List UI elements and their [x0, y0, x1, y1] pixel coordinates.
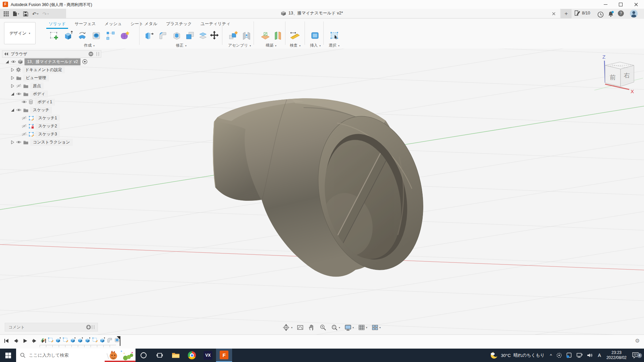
- step-forward-button[interactable]: [32, 338, 38, 344]
- fillet-button[interactable]: [156, 29, 169, 42]
- redo-button[interactable]: ↷▾: [42, 10, 50, 18]
- zoom-button[interactable]: [318, 323, 328, 332]
- start-button[interactable]: [0, 349, 16, 362]
- browser-row-document-settings[interactable]: ドキュメントの設定: [2, 66, 101, 74]
- comment-grip[interactable]: [92, 325, 94, 329]
- tab-sheetmetal[interactable]: シート メタル: [126, 19, 162, 28]
- browser-row-origin[interactable]: 原点: [2, 82, 101, 90]
- browser-row-sketches[interactable]: スケッチ: [2, 106, 101, 114]
- node-label[interactable]: ボディ: [30, 90, 48, 98]
- file-menu-button[interactable]: ▾: [12, 10, 20, 18]
- taskbar-clock[interactable]: 23:23 2022/08/02: [604, 350, 629, 360]
- timeline-feature-extrude[interactable]: [99, 337, 105, 343]
- edit-credits-indicator[interactable]: 8/10: [574, 10, 590, 16]
- eye-hidden-icon[interactable]: [21, 116, 27, 120]
- combine-button[interactable]: [184, 29, 197, 42]
- viewport-canvas[interactable]: ブラウザ 13、膝マイナスモールド v2: [0, 49, 644, 349]
- eye-hidden-icon[interactable]: [21, 124, 27, 128]
- group-label-construct[interactable]: 構築 ▾: [256, 43, 286, 48]
- app-status-tray-icon[interactable]: [564, 353, 574, 358]
- joint-button[interactable]: [240, 29, 253, 42]
- timeline-feature-sketch[interactable]: [48, 337, 54, 343]
- document-tab[interactable]: 13、膝マイナスモールド v2*: [281, 10, 343, 16]
- browser-row-bodies[interactable]: ボディ: [2, 90, 101, 98]
- avatar[interactable]: [630, 10, 638, 17]
- orbit-button[interactable]: ▾: [281, 323, 294, 332]
- browser-row-body1[interactable]: ボディ1: [2, 98, 101, 106]
- help-button[interactable]: ?: [618, 10, 624, 16]
- browser-row-sketch2[interactable]: スケッチ2: [2, 122, 101, 130]
- viewports-button[interactable]: ▾: [370, 323, 382, 332]
- expanded-arrow-icon[interactable]: [11, 92, 14, 96]
- timeline-settings-gear-icon[interactable]: ⚙: [635, 338, 640, 344]
- node-label[interactable]: スケッチ1: [36, 115, 60, 122]
- look-at-button[interactable]: [295, 323, 305, 332]
- browser-row-sketch1[interactable]: スケッチ1: [2, 114, 101, 122]
- panel-grip[interactable]: [97, 52, 99, 56]
- action-center-button[interactable]: 4: [629, 352, 644, 359]
- notifications-button[interactable]: [606, 10, 615, 18]
- offset-face-button[interactable]: [197, 29, 209, 42]
- chrome-button[interactable]: [184, 349, 200, 362]
- step-back-button[interactable]: [13, 338, 19, 344]
- eye-hidden-icon[interactable]: [16, 84, 21, 88]
- expanded-arrow-icon[interactable]: [5, 60, 9, 64]
- press-pull-button[interactable]: [142, 29, 155, 42]
- timeline-feature-extrude[interactable]: [70, 337, 76, 343]
- panel-options-icon[interactable]: [89, 52, 93, 56]
- revolve-button[interactable]: [76, 29, 89, 42]
- new-document-button[interactable]: +: [561, 9, 572, 18]
- node-label[interactable]: 原点: [30, 82, 44, 89]
- eye-hidden-icon[interactable]: [21, 132, 27, 136]
- browser-row-view-management[interactable]: ビュー管理: [2, 74, 101, 82]
- task-view-button[interactable]: [152, 349, 168, 362]
- measure-button[interactable]: [288, 29, 301, 42]
- node-label[interactable]: スケッチ3: [36, 131, 60, 138]
- add-comment-icon[interactable]: [86, 325, 91, 329]
- select-button[interactable]: [328, 29, 341, 42]
- taskbar-search-box[interactable]: ここに入力して検索: [16, 349, 136, 362]
- timeline-feature-sketch[interactable]: [92, 337, 98, 343]
- new-component-button[interactable]: [227, 29, 239, 42]
- play-button[interactable]: [22, 338, 28, 344]
- activate-radio-icon[interactable]: [82, 59, 88, 64]
- timeline-feature-extrude[interactable]: [55, 337, 61, 343]
- collapsed-arrow-icon[interactable]: [11, 68, 14, 72]
- group-label-select[interactable]: 選択 ▾: [325, 43, 343, 48]
- timeline-playhead[interactable]: [116, 336, 121, 346]
- collapsed-arrow-icon[interactable]: [11, 84, 14, 88]
- pattern-button[interactable]: [104, 29, 117, 42]
- maximize-button[interactable]: [613, 0, 628, 9]
- construction-plane-button[interactable]: [259, 29, 272, 42]
- hole-button[interactable]: [90, 29, 103, 42]
- vcxsrv-button[interactable]: VX: [200, 349, 216, 362]
- timeline-feature-extrude[interactable]: [77, 337, 83, 343]
- node-label[interactable]: ボディ1: [35, 99, 55, 106]
- eye-visible-icon[interactable]: [21, 100, 27, 104]
- tab-surface[interactable]: サーフェス: [70, 19, 100, 28]
- timeline-feature-plane[interactable]: [40, 337, 46, 343]
- shell-button[interactable]: [170, 29, 183, 42]
- fusion360-taskbar-button[interactable]: F: [216, 349, 232, 362]
- onedrive-tray-icon[interactable]: [554, 353, 564, 358]
- tab-solid[interactable]: ソリッド: [44, 19, 70, 28]
- ime-indicator[interactable]: A: [595, 353, 604, 358]
- extrude-button[interactable]: [62, 29, 74, 42]
- node-label[interactable]: スケッチ2: [36, 123, 60, 130]
- browser-row-construction[interactable]: コンストラクション: [2, 138, 101, 146]
- node-label[interactable]: ドキュメントの設定: [22, 66, 65, 73]
- group-label-assemble[interactable]: アセンブリ ▾: [223, 43, 256, 48]
- browser-row-root[interactable]: 13、膝マイナスモールド v2: [2, 58, 101, 66]
- collapsed-arrow-icon[interactable]: [11, 76, 14, 80]
- expanded-arrow-icon[interactable]: [11, 108, 14, 112]
- timeline-feature-extrude[interactable]: [85, 337, 91, 343]
- browser-row-sketch3[interactable]: スケッチ3: [2, 130, 101, 138]
- group-label-inspect[interactable]: 検査 ▾: [286, 43, 305, 48]
- eye-visible-icon[interactable]: [16, 108, 21, 112]
- node-label[interactable]: スケッチ: [30, 107, 52, 114]
- insert-button[interactable]: [309, 29, 321, 42]
- model-body[interactable]: [213, 98, 437, 280]
- eye-visible-icon[interactable]: [16, 140, 21, 144]
- volume-tray-icon[interactable]: [585, 353, 595, 358]
- node-label[interactable]: ビュー管理: [23, 74, 49, 81]
